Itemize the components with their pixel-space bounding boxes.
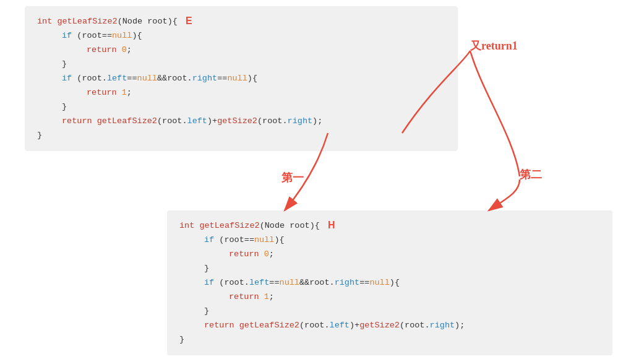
annotation-di-er: 第二: [520, 167, 542, 182]
code-line-5: if (root.left==null&&root.right==null){: [37, 72, 445, 86]
code-line-8: return getLeafSize2(root.left)+getSize2(…: [37, 115, 445, 129]
b-code-line-6: return 1;: [179, 290, 600, 305]
b-code-line-5: if (root.left==null&&root.right==null){: [179, 276, 600, 290]
b-code-line-9: }: [179, 333, 600, 347]
arrow-di-er-down: [489, 180, 520, 210]
code-line-6: return 1;: [37, 86, 445, 100]
code-line-4: }: [37, 58, 445, 72]
code-line-2: if (root==null){: [37, 29, 445, 43]
arrow-connect: [470, 51, 520, 176]
code-line-3: return 0;: [37, 43, 445, 58]
annotation-di-yi: 第一: [281, 170, 304, 185]
code-line-9: }: [37, 129, 445, 143]
b-code-line-1: int getLeafSize2(Node root){: [179, 219, 600, 233]
annotation-you-return1: 又return1: [470, 38, 518, 53]
top-label: E: [186, 12, 192, 29]
top-code-block: E int getLeafSize2(Node root){ if (root=…: [25, 6, 458, 151]
b-code-line-4: }: [179, 262, 600, 276]
bottom-label: H: [328, 217, 335, 233]
b-code-line-3: return 0;: [179, 248, 600, 262]
b-code-line-2: if (root==null){: [179, 233, 600, 248]
bottom-code-block: H int getLeafSize2(Node root){ if (root=…: [167, 210, 612, 355]
code-line-1: int getLeafSize2(Node root){: [37, 15, 445, 29]
b-code-line-8: return getLeafSize2(root.left)+getSize2(…: [179, 319, 600, 333]
code-line-7: }: [37, 100, 445, 115]
b-code-line-7: }: [179, 305, 600, 319]
